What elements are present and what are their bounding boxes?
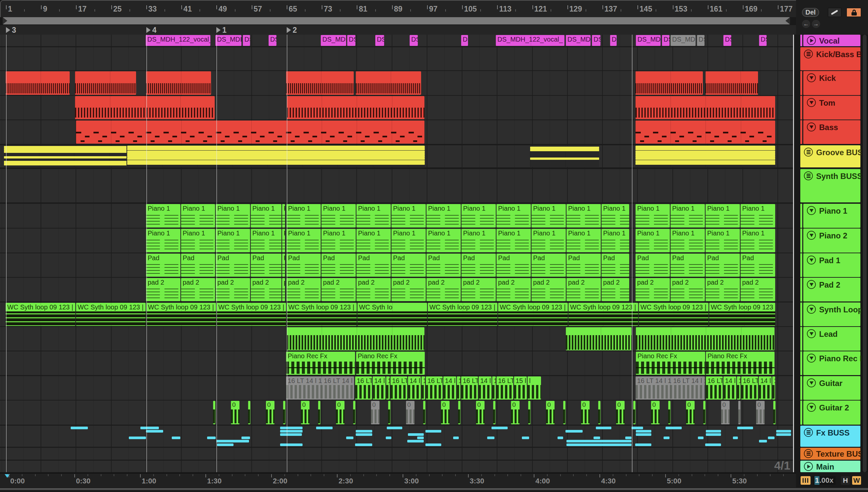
clip-pad2[interactable]: pad 2 (427, 278, 461, 301)
clip-kick[interactable] (146, 71, 211, 95)
clip-pad2[interactable]: pad 2 (321, 278, 356, 301)
clip-pianorecfx[interactable]: Piano Rec Fx (706, 352, 774, 375)
fx-note-bar[interactable] (557, 437, 563, 439)
fx-note-bar[interactable] (129, 437, 146, 439)
clip-vocal[interactable]: DS (723, 35, 731, 46)
fx-note-bar[interactable] (417, 437, 424, 439)
clip-pad1[interactable]: Pad (321, 253, 356, 277)
clip-pad1[interactable]: Pad (601, 253, 629, 277)
track-row-kick[interactable] (0, 71, 793, 95)
clip-synthloop[interactable]: WC Syth loop 09 123 | (76, 303, 146, 326)
clip-pad1[interactable]: Pad (531, 253, 566, 277)
fx-note-bar[interactable] (280, 427, 303, 429)
clip-guitar2[interactable]: 0 (371, 401, 380, 424)
clip-guitar2[interactable]: 0 (651, 401, 659, 424)
track-header-groove-bus[interactable]: Groove BUSS (800, 145, 861, 167)
clip-guitar2[interactable] (773, 401, 775, 424)
clip-piano1[interactable]: Piano 1 (216, 204, 250, 227)
arrangement-area[interactable]: DS_MDH_122_vocal_DS_MDIDSDSDS_MDIDSDSDSD… (0, 35, 793, 472)
clip-pad1[interactable]: Pad (427, 253, 461, 277)
clip-vocal[interactable]: DS_MDI (321, 35, 346, 46)
fx-note-bar[interactable] (522, 437, 529, 439)
clip-guitar2[interactable]: 0 (511, 401, 520, 424)
clip-pad2[interactable]: p (282, 278, 285, 301)
zoom-handle-right-icon[interactable] (786, 17, 790, 24)
clip-vocal[interactable]: DS (592, 35, 600, 46)
fx-note-bar[interactable] (635, 443, 651, 446)
clip-guitar[interactable]: 1 (772, 376, 775, 399)
clip-pad1[interactable]: Pad (741, 253, 775, 277)
fx-note-bar[interactable] (566, 443, 631, 446)
clip-guitar2[interactable] (598, 401, 600, 424)
fold-icon[interactable] (807, 354, 816, 363)
track-row-kickbass-bus[interactable] (0, 47, 793, 70)
clip-piano2[interactable]: Piano 1 (566, 229, 601, 252)
fx-note-bar[interactable] (491, 427, 508, 429)
track-row-pad2[interactable]: pad 2pad 2pad 2pad 2ppad 2pad 2pad 2pad … (0, 278, 793, 301)
locator-row[interactable]: 3412 (0, 25, 796, 35)
fold-icon[interactable] (807, 329, 816, 338)
track-row-piano2[interactable]: Piano 1Piano 1Piano 1Piano 1PPiano 1Pian… (0, 228, 793, 253)
clip-groove-bus[interactable] (4, 146, 126, 167)
clip-kick[interactable] (6, 71, 70, 95)
clip-guitar2[interactable]: 0 (336, 401, 344, 424)
clip-vocal[interactable]: DS (610, 35, 617, 46)
track-row-bass[interactable] (0, 120, 793, 144)
clip-piano2[interactable]: Piano 1 (251, 229, 282, 252)
fold-icon[interactable] (807, 123, 816, 131)
clip-guitar[interactable]: 16 LT 14 l 1 16 LT 14 l 1 (286, 376, 354, 399)
clip-piano2[interactable]: Piano 1 (671, 229, 705, 252)
track-width-button[interactable]: W (852, 476, 861, 485)
clip-pad1[interactable]: Pad (671, 253, 705, 277)
clip-pad1[interactable]: Pad (216, 253, 250, 277)
fx-note-bar[interactable] (625, 437, 631, 439)
v-scrollbar[interactable] (861, 35, 868, 472)
fx-note-bar[interactable] (776, 433, 791, 436)
clip-synthloop[interactable]: WC Syth loop 09 123 | (146, 303, 216, 326)
bar-ruler[interactable]: 1917253341495765738189971051131211291371… (0, 0, 797, 17)
clip-tom[interactable] (635, 96, 775, 119)
clip-vocal[interactable]: DS (268, 35, 276, 46)
clip-piano1[interactable]: Piano 1 (427, 204, 461, 227)
clip-piano2[interactable]: Piano 1 (321, 229, 356, 252)
clip-piano2[interactable]: Piano 1 (741, 229, 775, 252)
clip-piano1[interactable]: Piano 1 (705, 204, 740, 227)
clip-synthloop[interactable]: WC Syth loop 09 123 | (217, 303, 286, 326)
clip-groove-bus[interactable] (635, 146, 775, 167)
fx-note-bar[interactable] (71, 427, 88, 429)
play-icon[interactable] (804, 462, 813, 471)
fx-note-bar[interactable] (631, 427, 643, 429)
clip-guitar[interactable]: 1 (457, 376, 460, 399)
clip-guitar2[interactable] (388, 401, 390, 424)
clip-vocal[interactable]: DS (461, 35, 468, 46)
clip-pad2[interactable]: pad 2 (391, 278, 426, 301)
zoom-handle-left-icon[interactable] (3, 17, 7, 24)
clip-pad1[interactable]: Pad (356, 253, 391, 277)
clip-kick[interactable] (286, 71, 354, 95)
clip-guitar[interactable]: 1 (737, 376, 741, 399)
clip-guitar[interactable]: 16 LT (497, 376, 513, 399)
clip-pad2[interactable]: pad 2 (601, 278, 629, 301)
fx-note-bar[interactable] (356, 430, 372, 433)
clip-piano1[interactable]: Piano 1 (181, 204, 215, 227)
clip-kick[interactable] (75, 71, 136, 95)
fx-note-bar[interactable] (737, 427, 753, 429)
clip-pad1[interactable]: Pad (497, 253, 531, 277)
fx-note-bar[interactable] (759, 440, 767, 442)
fx-note-bar[interactable] (280, 443, 303, 446)
clip-pad2[interactable]: pad 2 (566, 278, 601, 301)
clip-guitar[interactable]: 14 l (408, 376, 421, 399)
track-header-main[interactable]: Main (800, 461, 861, 472)
clip-guitar2[interactable] (423, 401, 426, 424)
clip-synthloop[interactable]: WC Syth Io (357, 303, 427, 326)
clip-lead[interactable] (566, 327, 631, 350)
clip-pad2[interactable]: pad 2 (216, 278, 250, 301)
track-height-button[interactable]: H (841, 476, 850, 485)
clip-bass[interactable] (635, 121, 775, 144)
nav-forward-button[interactable]: → (812, 20, 820, 28)
fx-note-bar[interactable] (706, 430, 721, 433)
fx-note-bar[interactable] (172, 437, 180, 439)
clip-vocal[interactable]: DS (243, 35, 250, 46)
clip-piano2[interactable]: Piano 1 (356, 229, 391, 252)
fx-note-bar[interactable] (487, 437, 495, 439)
